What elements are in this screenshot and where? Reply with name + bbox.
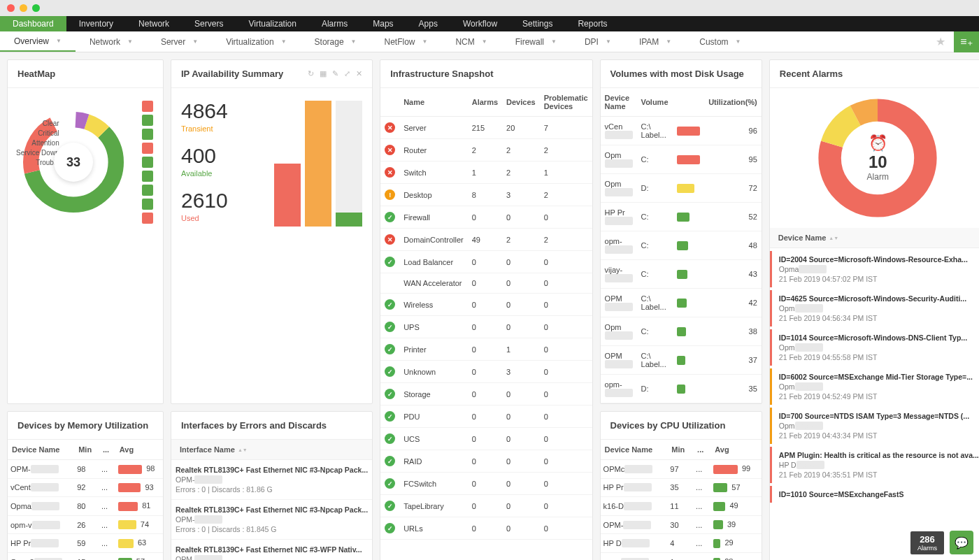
table-row[interactable]: Opmaxxxx80... 81 <box>8 497 163 516</box>
subnav-firewall[interactable]: Firewall▼ <box>501 31 571 52</box>
table-row[interactable]: ✓PDU000 <box>380 405 592 428</box>
alarm-item[interactable]: ID=700 Source=NTDS ISAM Type=3 Message=N… <box>770 408 979 444</box>
subnav-overview[interactable]: Overview▼ <box>0 31 76 52</box>
table-row[interactable]: ✓RAID000 <box>380 450 592 473</box>
subnav-storage[interactable]: Storage▼ <box>301 31 371 52</box>
heat-cell[interactable] <box>142 157 153 168</box>
heat-cell[interactable] <box>142 199 153 210</box>
topnav-maps[interactable]: Maps <box>360 16 406 31</box>
ifaces-header[interactable]: Interface Name <box>180 445 235 454</box>
table-row[interactable]: vCenxxxxC:\ Label...96 <box>601 117 762 145</box>
table-row[interactable]: ✓TapeLibrary000 <box>380 495 592 517</box>
list-item[interactable]: Realtek RTL8139C+ Fast Ethernet NIC #3-W… <box>171 540 372 560</box>
table-row[interactable]: ✕Router222 <box>380 139 592 161</box>
table-row[interactable]: ✓Printer010 <box>380 338 592 361</box>
table-row[interactable]: OPMcxxxx97... 99 <box>601 460 762 479</box>
col-header[interactable]: Problematic Devices <box>540 88 592 117</box>
col-header[interactable]: Device Name <box>601 440 668 460</box>
table-row[interactable]: OpmxxxxC:38 <box>601 317 762 346</box>
table-row[interactable]: ✓URLs000 <box>380 517 592 540</box>
window-close-icon[interactable] <box>7 4 15 12</box>
subnav-dpi[interactable]: DPI▼ <box>571 31 625 52</box>
col-header[interactable]: Avg <box>710 440 762 460</box>
list-item[interactable]: Realtek RTL8139C+ Fast Ethernet NIC #3-N… <box>171 500 372 540</box>
topnav-apps[interactable]: Apps <box>406 16 450 31</box>
topnav-alarms[interactable]: Alarms <box>309 16 360 31</box>
edit-icon[interactable]: ✎ <box>332 69 338 78</box>
col-header[interactable]: Device Name <box>8 440 74 460</box>
topnav-inventory[interactable]: Inventory <box>66 16 126 31</box>
topnav-virtualization[interactable]: Virtualization <box>236 16 308 31</box>
alarms-donut[interactable]: ⏰ 10 Alarm <box>815 95 941 221</box>
heat-cell[interactable] <box>142 129 153 140</box>
table-row[interactable]: OpmxxxxC:95 <box>601 145 762 174</box>
subnav-network[interactable]: Network▼ <box>76 31 147 52</box>
topnav-network[interactable]: Network <box>126 16 182 31</box>
topnav-workflow[interactable]: Workflow <box>450 16 510 31</box>
window-minimize-icon[interactable] <box>20 4 27 12</box>
table-row[interactable]: OPMxxxxC:\ Label...42 <box>601 289 762 317</box>
table-row[interactable]: vijay-xxxxC:43 <box>601 260 762 289</box>
table-row[interactable]: HP Prxxxx35... 57 <box>601 478 762 497</box>
heat-cell[interactable] <box>142 185 153 196</box>
table-row[interactable]: opm-xxxxD:35 <box>601 375 762 403</box>
subnav-server[interactable]: Server▼ <box>147 31 212 52</box>
col-header[interactable]: Min <box>74 440 99 460</box>
table-row[interactable]: !Desktop832 <box>380 184 592 206</box>
close-icon[interactable]: ✕ <box>356 69 362 78</box>
table-row[interactable]: opm-xxxxC:48 <box>601 231 762 260</box>
col-header[interactable]: ... <box>693 440 710 460</box>
subnav-ipam[interactable]: IPAM▼ <box>625 31 685 52</box>
col-header[interactable]: Utilization(%) <box>704 88 762 117</box>
table-row[interactable]: Opm-2xxxx15... 57 <box>8 552 163 560</box>
topnav-dashboard[interactable]: Dashboard <box>0 16 66 31</box>
col-header[interactable] <box>673 88 705 117</box>
add-widget-button[interactable]: ≡₊ <box>954 31 979 52</box>
heat-cell[interactable] <box>142 171 153 182</box>
table-row[interactable]: OPM-xxxx98... 98 <box>8 460 163 479</box>
refresh-icon[interactable]: ↻ <box>308 69 314 78</box>
table-row[interactable]: ✓UCS000 <box>380 428 592 450</box>
table-row[interactable]: ✓Unknown030 <box>380 361 592 383</box>
col-header[interactable]: Min <box>667 440 693 460</box>
heat-cell[interactable] <box>142 115 153 126</box>
alarm-item[interactable]: ID=6002 Source=MSExchange Mid-Tier Stora… <box>770 368 979 405</box>
subnav-custom[interactable]: Custom▼ <box>685 31 755 52</box>
col-header[interactable]: Device Name <box>601 88 637 117</box>
table-row[interactable]: ✓Storage000 <box>380 383 592 405</box>
subnav-ncm[interactable]: NCM▼ <box>441 31 501 52</box>
table-row[interactable]: HP Dxxxx4... 29 <box>601 534 762 553</box>
chat-icon[interactable]: 💬 <box>950 531 973 554</box>
col-header[interactable]: Avg <box>115 440 163 460</box>
col-header[interactable] <box>380 88 399 117</box>
topnav-reports[interactable]: Reports <box>565 16 620 31</box>
table-row[interactable]: vCentxxxx92... 93 <box>8 478 163 497</box>
col-header[interactable]: Name <box>399 88 468 117</box>
table-row[interactable]: OPMxxxxC:\ Label...37 <box>601 346 762 375</box>
table-row[interactable]: ✓Load Balancer000 <box>380 251 592 273</box>
topnav-servers[interactable]: Servers <box>182 16 236 31</box>
expand-icon[interactable]: ⤢ <box>344 69 350 78</box>
sort-icon[interactable]: ▲▼ <box>829 236 838 240</box>
alarm-item[interactable]: ID=2004 Source=Microsoft-Windows-Resourc… <box>770 251 979 287</box>
heat-cell[interactable] <box>142 213 153 224</box>
table-row[interactable]: opm-xxxx1... 28 <box>601 552 762 560</box>
heatmap-gauge[interactable]: ClearCriticalAttentionService DownTroubl… <box>17 106 129 218</box>
star-icon[interactable]: ★ <box>927 35 954 48</box>
table-row[interactable]: OpmxxxxD:72 <box>601 174 762 203</box>
table-row[interactable]: ✓Wireless000 <box>380 294 592 316</box>
alarm-count-badge[interactable]: 286 Alarms <box>910 531 944 554</box>
table-row[interactable]: ✓Firewall000 <box>380 206 592 229</box>
col-header[interactable]: Volume <box>637 88 673 117</box>
col-header[interactable]: ... <box>99 440 115 460</box>
table-row[interactable]: HP Prxxxx59... 63 <box>8 534 163 553</box>
heat-cell[interactable] <box>142 101 153 112</box>
col-header[interactable]: Alarms <box>468 88 502 117</box>
subnav-virtualization[interactable]: Virtualization▼ <box>212 31 300 52</box>
table-row[interactable]: k16-Dxxxx11... 49 <box>601 497 762 516</box>
table-row[interactable]: ✓FCSwitch000 <box>380 473 592 495</box>
table-row[interactable]: opm-vxxxx26... 74 <box>8 515 163 534</box>
alarm-item[interactable]: APM Plugin: Health is critical as the re… <box>770 447 979 483</box>
alarm-item[interactable]: ID=1014 Source=Microsoft-Windows-DNS-Cli… <box>770 329 979 366</box>
alarm-item[interactable]: ID=4625 Source=Microsoft-Windows-Securit… <box>770 290 979 326</box>
